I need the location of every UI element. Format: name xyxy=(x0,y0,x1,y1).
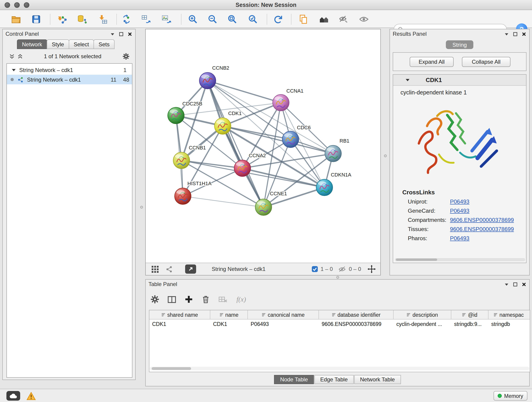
column-header[interactable]: shared name xyxy=(149,310,210,319)
add-column-icon[interactable] xyxy=(184,295,193,304)
window-title: Session: New Session xyxy=(235,2,296,8)
edge-CCNA2-CDKN1A[interactable] xyxy=(242,168,324,187)
show-columns-icon[interactable] xyxy=(167,295,177,304)
open-session-button[interactable] xyxy=(10,13,22,25)
table-header-row: shared name name canonical name database… xyxy=(149,310,530,319)
edge-CCNE1-HIST1H1A[interactable] xyxy=(183,196,264,207)
crosslink-link[interactable]: P06493 xyxy=(450,198,469,205)
panel-menu-icon[interactable] xyxy=(110,32,115,36)
zoom-out-icon xyxy=(207,14,218,25)
tab-network[interactable]: Network xyxy=(17,39,47,49)
tab-edge-table[interactable]: Edge Table xyxy=(314,375,354,384)
protein-result-header[interactable]: CDK1 xyxy=(393,75,526,86)
splitter-handle[interactable] xyxy=(384,154,387,157)
zoom-in-button[interactable] xyxy=(187,13,199,25)
window-minimize-button[interactable] xyxy=(14,2,20,8)
export-network-button[interactable] xyxy=(120,13,133,25)
results-panel-title: Results Panel xyxy=(393,31,427,37)
panel-float-icon[interactable] xyxy=(513,282,518,287)
hide-selected-button[interactable] xyxy=(338,13,350,25)
splitter-handle[interactable] xyxy=(140,206,143,209)
crosslink-link[interactable]: P06493 xyxy=(450,208,469,214)
expand-all-button[interactable]: Expand All xyxy=(410,57,454,67)
export-table-button[interactable] xyxy=(140,13,152,25)
grid-view-icon[interactable] xyxy=(151,265,159,273)
function-builder-icon[interactable]: f(x) xyxy=(236,295,250,304)
table-hscrollbar[interactable] xyxy=(150,367,529,370)
crosslink-label: GeneCard: xyxy=(408,208,450,214)
tab-select[interactable]: Select xyxy=(69,39,94,49)
delete-table-icon[interactable] xyxy=(218,295,228,304)
panel-menu-icon[interactable] xyxy=(504,32,509,36)
column-header[interactable]: namespac xyxy=(488,310,529,319)
tree-disclosure-icon[interactable] xyxy=(12,68,16,72)
tab-sets[interactable]: Sets xyxy=(94,39,114,49)
edge-CCNB1-CCNA2[interactable] xyxy=(181,160,242,168)
memory-button[interactable]: Memory xyxy=(494,391,527,401)
panel-close-icon[interactable] xyxy=(521,32,526,36)
table-settings-gear-icon[interactable] xyxy=(150,295,159,304)
column-header[interactable]: name xyxy=(210,310,248,319)
zoom-selected-button[interactable] xyxy=(247,13,259,25)
tab-network-table[interactable]: Network Table xyxy=(354,375,401,384)
import-network-file-button[interactable] xyxy=(56,13,68,25)
import-network-database-button[interactable] xyxy=(76,13,88,25)
refresh-view-button[interactable] xyxy=(272,13,284,25)
column-header[interactable]: description xyxy=(394,310,451,319)
edge-CCNB2-RB1[interactable] xyxy=(208,81,333,153)
zoom-out-button[interactable] xyxy=(207,13,219,25)
collapse-section-icon[interactable] xyxy=(405,77,410,83)
detach-view-button[interactable] xyxy=(185,264,196,274)
panel-close-icon[interactable] xyxy=(127,32,133,36)
string-home-button[interactable] xyxy=(318,13,330,25)
tab-string[interactable]: String xyxy=(446,40,473,49)
network-collection-row[interactable]: String Network – cdk1 1 xyxy=(7,65,132,75)
crosslink-link[interactable]: 9606.ENSP00000378699 xyxy=(450,217,514,223)
cloud-status-button[interactable] xyxy=(6,391,20,401)
expand-all-icon[interactable] xyxy=(17,54,23,59)
edge-CCNB2-CCNE1[interactable] xyxy=(208,81,264,207)
houses-icon xyxy=(318,14,329,25)
panel-float-icon[interactable] xyxy=(513,32,518,36)
splitter-handle[interactable] xyxy=(336,276,339,279)
crosslink-row: Compartments: 9606.ENSP00000378699 xyxy=(408,217,526,223)
results-hscroll-thumb[interactable] xyxy=(396,259,437,261)
table-row[interactable]: CDK1 CDK1 P06493 9606.ENSP00000378699 cy… xyxy=(149,319,530,329)
table-hscroll-thumb[interactable] xyxy=(152,367,191,370)
warnings-button[interactable] xyxy=(26,391,37,401)
network-graph[interactable]: CCNB2CCNA1CDC25BCDK1CDC6RB1CCNB1CCNA2CDK… xyxy=(146,29,380,263)
network-row-selected[interactable]: String Network – cdk1 11 48 xyxy=(7,75,132,84)
panel-menu-icon[interactable] xyxy=(504,282,509,287)
panel-close-icon[interactable] xyxy=(521,282,526,287)
column-header[interactable]: @id xyxy=(451,310,488,319)
save-session-button[interactable] xyxy=(30,13,42,25)
export-image-button[interactable] xyxy=(160,13,172,25)
duplicate-page-button[interactable] xyxy=(298,13,309,25)
selected-checkbox-icon[interactable] xyxy=(311,266,318,272)
pan-crosshair-icon[interactable] xyxy=(367,265,376,273)
delete-column-trash-icon[interactable] xyxy=(201,295,210,304)
window-zoom-button[interactable] xyxy=(24,2,29,8)
folder-open-icon xyxy=(11,14,22,25)
results-hscrollbar[interactable] xyxy=(395,258,525,261)
collapse-all-icon[interactable] xyxy=(9,54,15,59)
tab-style[interactable]: Style xyxy=(47,39,69,49)
hidden-eye-slash-icon[interactable] xyxy=(338,266,346,273)
collapse-all-button[interactable]: Collapse All xyxy=(462,57,510,67)
gear-icon[interactable] xyxy=(122,53,130,60)
crosslink-link[interactable]: P06493 xyxy=(450,235,469,242)
edge-CCNE1-CDKN1A[interactable] xyxy=(264,187,324,207)
column-header[interactable]: database identifier xyxy=(319,310,394,319)
tab-node-table[interactable]: Node Table xyxy=(274,375,314,384)
edge-CCNB2-CCNA1[interactable] xyxy=(208,81,281,103)
zoom-fit-button[interactable] xyxy=(226,13,238,25)
share-view-icon[interactable] xyxy=(165,265,173,273)
panel-float-icon[interactable] xyxy=(119,32,124,36)
window-close-button[interactable] xyxy=(5,2,10,8)
column-header[interactable]: canonical name xyxy=(248,310,319,319)
import-table-button[interactable] xyxy=(97,13,109,25)
crosslink-link[interactable]: 9606.ENSP00000378699 xyxy=(450,226,514,232)
memory-status-icon xyxy=(498,394,502,398)
show-graphics-details-button[interactable] xyxy=(358,13,370,25)
network-canvas[interactable]: CCNB2CCNA1CDC25BCDK1CDC6RB1CCNB1CCNA2CDK… xyxy=(145,29,381,275)
